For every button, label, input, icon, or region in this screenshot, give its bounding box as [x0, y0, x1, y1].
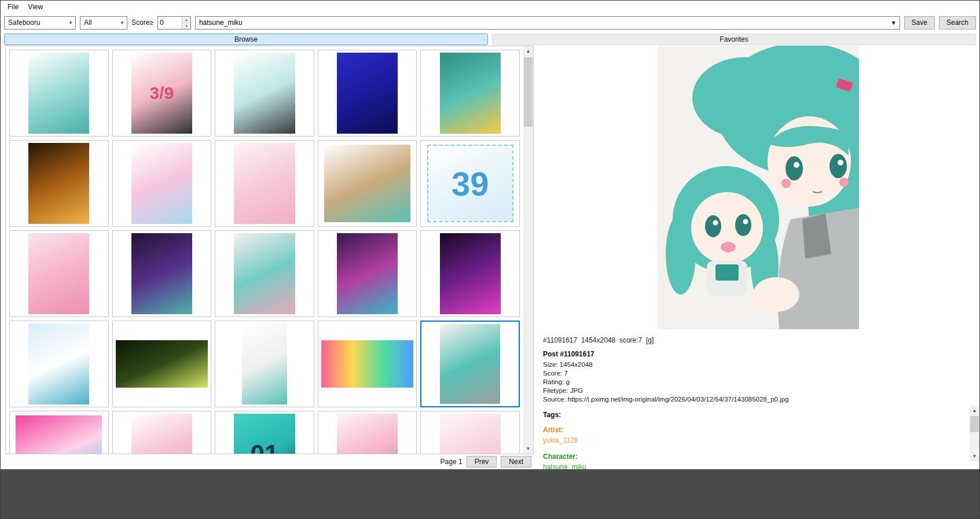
scroll-down-icon[interactable]: ▼ [523, 444, 533, 454]
search-input[interactable] [196, 19, 888, 27]
thumbnail-image [234, 53, 295, 133]
thumbnail-miku-39-poster[interactable]: 3/9 [112, 50, 212, 137]
spin-up-icon[interactable]: ▴ [182, 17, 190, 23]
thumbnail-strawberry-miku[interactable] [318, 411, 417, 454]
post-info-line: #11091617 1454x2048 score:7 [g] [537, 329, 979, 344]
gallery-scrollbar-thumb[interactable] [524, 57, 533, 127]
thumbnail-manga-page[interactable] [215, 321, 314, 407]
scroll-up-icon[interactable]: ▲ [523, 46, 533, 56]
tag-link[interactable]: yukia_1128 [537, 435, 979, 446]
details-scrollbar-track[interactable] [970, 415, 979, 451]
thumbnail-miku-plush-hug[interactable] [420, 321, 520, 407]
page-label: Page 1 [441, 458, 463, 466]
thumbnail-galaxy-miku[interactable] [112, 230, 212, 317]
details-scrollbar[interactable]: ▲ ▼ [970, 406, 979, 461]
main-content: 3/93901 ▲ ▼ Page 1 Prev Next [1, 46, 979, 469]
browse-pane: 3/93901 ▲ ▼ Page 1 Prev Next [1, 46, 537, 469]
menu-bar: File View [1, 1, 979, 13]
site-select-value: Safebooru [5, 19, 65, 27]
thumbnail-image [131, 414, 192, 454]
gallery-scrollbar[interactable]: ▲ ▼ [523, 46, 533, 454]
pagination-bar: Page 1 Prev Next [5, 454, 534, 469]
search-combobox: ▼ [195, 16, 900, 30]
thumbnail-image [440, 53, 501, 133]
thumbnail-neon-silhouette[interactable] [420, 230, 520, 317]
tags-header: Tags: [537, 404, 979, 419]
thumbnail-image: 39 [427, 145, 513, 222]
thumbnail-pink-crown-miku[interactable] [9, 411, 109, 454]
thumbnail-image [116, 340, 208, 388]
thumbnail-blue-screen-art[interactable] [318, 50, 417, 137]
thumbnail-green-target-rings[interactable] [112, 321, 212, 407]
thumbnail-miku-in-box[interactable] [318, 140, 417, 227]
thumbnail-image [16, 415, 102, 454]
rating-select[interactable]: All ▾ [80, 16, 127, 30]
thumbnail-image [28, 143, 89, 223]
prev-page-button[interactable]: Prev [467, 456, 497, 468]
thumbnail-image [234, 233, 295, 314]
menu-view[interactable]: View [23, 1, 47, 13]
detail-line: Size: 1454x2048 [537, 360, 979, 369]
tab-favorites[interactable]: Favorites [492, 34, 976, 45]
bottom-empty-area [1, 469, 979, 518]
thumbnail-pale-pink-sketch[interactable] [420, 411, 520, 454]
thumbnail-image: 3/9 [131, 53, 192, 133]
thumbnail-miku-pikachu[interactable] [420, 50, 520, 137]
preview-illustration [658, 46, 859, 329]
site-select[interactable]: Safebooru ▾ [4, 16, 76, 30]
thumbnail-image [131, 143, 192, 223]
thumbnail-image [324, 145, 410, 222]
app-window: File View Safebooru ▾ All ▾ Score≥ ▴ ▾ ▼… [0, 0, 980, 519]
thumbnail-image [337, 53, 398, 133]
rating-select-value: All [80, 19, 117, 27]
menu-file[interactable]: File [3, 1, 23, 13]
thumbnail-number-39-card[interactable]: 39 [420, 140, 520, 227]
score-stepper: ▴ ▾ [157, 16, 191, 30]
score-input[interactable] [158, 17, 182, 29]
tag-link[interactable]: hatsune_miku [537, 462, 979, 469]
thumbnail-miku-group-white[interactable] [9, 50, 109, 137]
thumbnail-image [337, 233, 398, 314]
thumbnail-image [440, 233, 501, 314]
thumbnail-golden-kimono-miku[interactable] [9, 140, 109, 227]
scroll-up-icon[interactable]: ▲ [970, 406, 979, 415]
thumbnail-image [440, 414, 501, 454]
preview-image [658, 46, 859, 329]
thumbnail-rainbow-miku[interactable] [318, 321, 417, 407]
detail-line: Source: https://i.pximg.net/img-original… [537, 395, 979, 404]
scroll-down-icon[interactable]: ▼ [970, 451, 979, 461]
thumbnail-sakura-twintails[interactable] [112, 411, 212, 454]
thumbnail-miku-peace-sign[interactable] [215, 230, 314, 317]
thumbnail-sakura-miku-blossom[interactable] [9, 230, 109, 317]
gallery-scrollbar-track[interactable] [523, 56, 533, 444]
thumbnail-pastel-bust[interactable] [112, 140, 212, 227]
thumbnail-text: 3/9 [150, 83, 174, 103]
details-scrollbar-thumb[interactable] [970, 416, 979, 432]
search-button[interactable]: Search [939, 16, 976, 30]
next-page-button[interactable]: Next [501, 456, 531, 468]
thumbnail-image [234, 143, 295, 223]
toolbar: Safebooru ▾ All ▾ Score≥ ▴ ▾ ▼ Save Sear… [1, 13, 979, 32]
thumbnail-image [440, 324, 500, 403]
tab-browse[interactable]: Browse [4, 34, 488, 45]
spin-down-icon[interactable]: ▾ [182, 23, 190, 29]
thumbnail-image: 01 [234, 414, 295, 454]
thumbnail-neon-commission-poster[interactable] [318, 230, 417, 317]
thumbnail-image [242, 323, 287, 404]
tag-group-label: Artist: [537, 419, 979, 435]
thumbnail-image [28, 323, 89, 404]
thumbnail-teal-01-poster[interactable]: 01 [215, 411, 314, 454]
chevron-down-icon: ▾ [117, 20, 127, 25]
thumbnail-image [131, 233, 192, 314]
thumbnail-image [28, 53, 89, 133]
thumbnail-miku-sunglasses[interactable] [9, 321, 109, 407]
post-details: Size: 1454x2048Score: 7Rating: gFiletype… [537, 360, 979, 404]
save-button[interactable]: Save [904, 16, 935, 30]
detail-line: Rating: g [537, 378, 979, 387]
thumbnail-miku-boy-comic[interactable] [215, 50, 314, 137]
thumbnail-sakura-miku-lace[interactable] [215, 140, 314, 227]
thumbnail-image [321, 340, 413, 388]
thumbnail-image [28, 233, 89, 314]
thumbnail-text: 39 [452, 164, 489, 203]
dropdown-arrow-icon[interactable]: ▼ [888, 20, 900, 26]
